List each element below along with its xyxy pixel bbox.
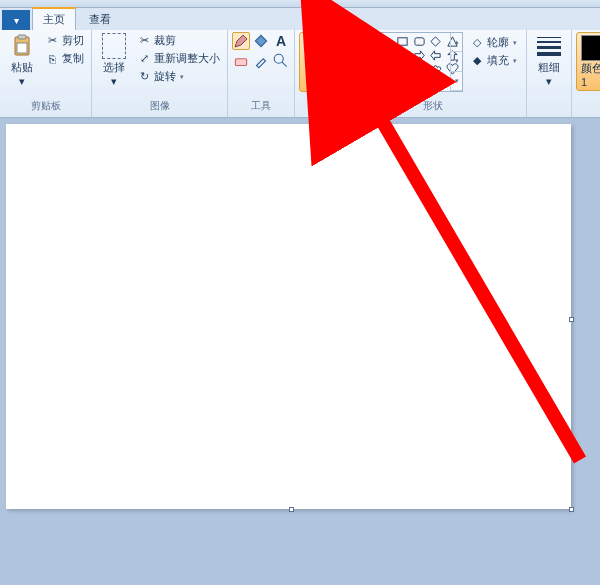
- group-shapes: ▴▾▾ ◇ 轮廓▾ ◆ 填充▾ 形状: [339, 30, 527, 117]
- paste-icon: [10, 34, 34, 58]
- shape-star4[interactable]: [346, 63, 361, 76]
- svg-line-5: [282, 62, 287, 67]
- shape-lightning[interactable]: [346, 77, 361, 90]
- rotate-icon: ↻: [137, 70, 151, 84]
- outline-icon: ◇: [470, 36, 484, 50]
- shapes-scroll[interactable]: ▴▾▾: [450, 33, 462, 91]
- group-colors: 颜色 1 颜色 2: [572, 30, 600, 117]
- dropdown-icon: ▾: [546, 75, 552, 88]
- svg-rect-3: [235, 59, 246, 66]
- shape-callout-rect[interactable]: [395, 63, 410, 76]
- brush-button[interactable]: 刷子 ▾: [299, 32, 335, 92]
- paste-label: 粘贴: [11, 60, 33, 75]
- cut-button[interactable]: ✂ 剪切: [42, 32, 87, 49]
- ribbon: 粘贴 ▾ ✂ 剪切 ⎘ 复制 剪贴板 选择 ▾: [0, 30, 600, 118]
- crop-button[interactable]: ✂ 裁剪: [134, 32, 223, 49]
- svg-marker-18: [431, 51, 440, 60]
- dropdown-icon: ▾: [111, 75, 117, 88]
- select-icon: [102, 34, 126, 58]
- shape-diamond[interactable]: [362, 49, 377, 62]
- svg-marker-24: [351, 78, 358, 89]
- shape-pentagon[interactable]: [379, 49, 394, 62]
- shape-arrow-l[interactable]: [428, 49, 443, 62]
- scissors-icon: ✂: [45, 34, 59, 48]
- svg-point-4: [274, 54, 283, 63]
- file-tab[interactable]: ▾: [2, 10, 30, 30]
- paste-button[interactable]: 粘贴 ▾: [4, 32, 40, 90]
- svg-point-8: [382, 38, 391, 45]
- shape-curve[interactable]: [362, 35, 377, 48]
- tab-strip: ▾ 主页 查看: [0, 8, 600, 30]
- title-bar: [0, 0, 600, 8]
- group-clipboard: 粘贴 ▾ ✂ 剪切 ⎘ 复制 剪贴板: [0, 30, 92, 117]
- thickness-icon: [537, 34, 561, 58]
- group-image: 选择 ▾ ✂ 裁剪 ⤢ 重新调整大小 ↻ 旋转 ▾ 图像: [92, 30, 228, 117]
- canvas-area: [0, 118, 600, 585]
- canvas[interactable]: [6, 124, 571, 509]
- group-label-tools: 工具: [232, 99, 290, 115]
- picker-tool[interactable]: [252, 52, 270, 70]
- shapes-gallery[interactable]: ▴▾▾: [343, 32, 463, 92]
- text-tool[interactable]: A: [272, 32, 290, 50]
- shape-line[interactable]: [346, 35, 361, 48]
- pencil-tool[interactable]: [232, 32, 250, 50]
- shape-roundrect[interactable]: [412, 35, 427, 48]
- svg-point-23: [415, 65, 424, 72]
- fill-button[interactable]: ◆ 填充▾: [467, 52, 520, 69]
- fill-icon: ◆: [470, 54, 484, 68]
- svg-marker-22: [382, 64, 391, 75]
- fill-tool[interactable]: [252, 32, 270, 50]
- dropdown-icon: ▾: [180, 73, 184, 81]
- group-label-clipboard: 剪贴板: [4, 99, 87, 115]
- svg-rect-1: [18, 35, 26, 39]
- copy-button[interactable]: ⎘ 复制: [42, 50, 87, 67]
- svg-rect-2: [17, 43, 27, 53]
- svg-rect-10: [415, 38, 424, 45]
- outline-button[interactable]: ◇ 轮廓▾: [467, 34, 520, 51]
- resize-icon: ⤢: [137, 52, 151, 66]
- svg-marker-13: [349, 51, 358, 60]
- tab-home[interactable]: 主页: [32, 7, 76, 30]
- copy-icon: ⎘: [45, 52, 59, 66]
- select-button[interactable]: 选择 ▾: [96, 32, 132, 90]
- shape-arrow-r[interactable]: [412, 49, 427, 62]
- svg-marker-17: [415, 51, 424, 60]
- svg-marker-21: [365, 64, 376, 74]
- svg-marker-11: [431, 37, 440, 46]
- dropdown-icon: ▾: [314, 76, 320, 89]
- group-brush: 刷子 ▾: [295, 30, 339, 117]
- shape-rect[interactable]: [395, 35, 410, 48]
- shape-oval[interactable]: [379, 35, 394, 48]
- shape-hexagon[interactable]: [395, 49, 410, 62]
- zoom-tool[interactable]: [272, 52, 290, 70]
- shape-callout-oval[interactable]: [412, 63, 427, 76]
- svg-marker-16: [397, 51, 408, 60]
- color1-button[interactable]: 颜色 1: [576, 32, 600, 91]
- tab-view[interactable]: 查看: [78, 8, 122, 30]
- svg-marker-20: [348, 64, 359, 75]
- group-size: 粗细 ▾: [527, 30, 572, 117]
- svg-marker-15: [382, 51, 391, 60]
- brush-icon: [305, 35, 329, 59]
- group-tools: A 工具: [228, 30, 295, 117]
- dropdown-icon: ▾: [19, 75, 25, 88]
- group-label-shapes: 形状: [343, 99, 522, 115]
- svg-line-7: [349, 37, 358, 46]
- svg-rect-9: [398, 38, 407, 45]
- shape-callout-cloud[interactable]: [428, 63, 443, 76]
- color1-swatch: [581, 35, 600, 61]
- svg-marker-14: [365, 51, 374, 60]
- svg-point-6: [320, 38, 323, 41]
- resize-button[interactable]: ⤢ 重新调整大小: [134, 50, 223, 67]
- shape-star6[interactable]: [379, 63, 394, 76]
- size-button[interactable]: 粗细 ▾: [531, 32, 567, 90]
- shape-star5[interactable]: [362, 63, 377, 76]
- group-label-image: 图像: [96, 99, 223, 115]
- crop-icon: ✂: [137, 34, 151, 48]
- shape-rtriangle[interactable]: [346, 49, 361, 62]
- shape-polygon[interactable]: [428, 35, 443, 48]
- eraser-tool[interactable]: [232, 52, 250, 70]
- rotate-button[interactable]: ↻ 旋转 ▾: [134, 68, 223, 85]
